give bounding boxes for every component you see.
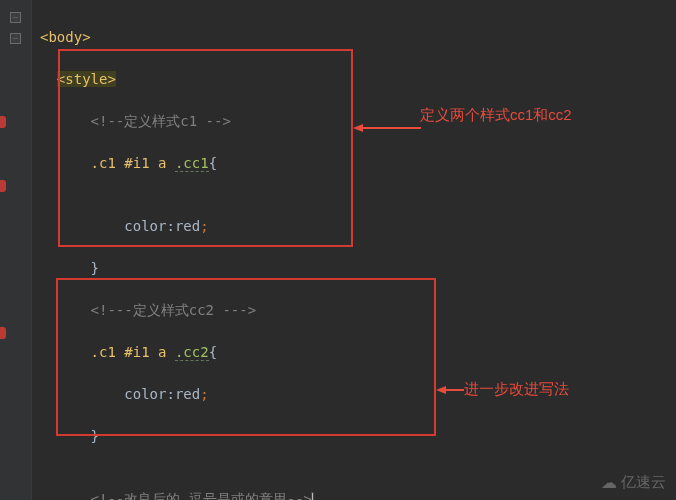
code-line: <!---定义样式cc2 --->	[40, 300, 344, 321]
editor-gutter: − −	[0, 0, 32, 500]
fold-icon[interactable]: −	[10, 33, 21, 44]
code-line: }	[40, 426, 344, 447]
breakpoint-marker	[0, 180, 6, 192]
cloud-icon: ☁	[601, 473, 617, 492]
code-line: .c1 #i1 a .cc2{	[40, 342, 344, 363]
code-line: color:red;	[40, 384, 344, 405]
code-line: }	[40, 258, 344, 279]
code-editor[interactable]: <body> <style> <!--定义样式c1 --> .c1 #i1 a …	[40, 6, 344, 500]
svg-marker-1	[353, 124, 363, 132]
code-line: <body>	[40, 27, 344, 48]
code-line: <!--改良后的 逗号是或的意思-->	[40, 489, 344, 500]
fold-icon[interactable]: −	[10, 12, 21, 23]
code-line: <style>	[40, 69, 344, 90]
code-line: color:red;	[40, 216, 344, 237]
breakpoint-marker	[0, 116, 6, 128]
arrow-icon	[353, 124, 421, 132]
code-line: .c1 #i1 a .cc1{	[40, 153, 344, 174]
svg-marker-3	[436, 386, 446, 394]
annotation-text-2: 进一步改进写法	[464, 380, 569, 399]
breakpoint-marker	[0, 327, 6, 339]
watermark: ☁ 亿速云	[601, 473, 666, 492]
code-line: <!--定义样式c1 -->	[40, 111, 344, 132]
arrow-icon	[436, 386, 464, 394]
annotation-text-1: 定义两个样式cc1和cc2	[420, 106, 572, 125]
watermark-text: 亿速云	[621, 473, 666, 492]
